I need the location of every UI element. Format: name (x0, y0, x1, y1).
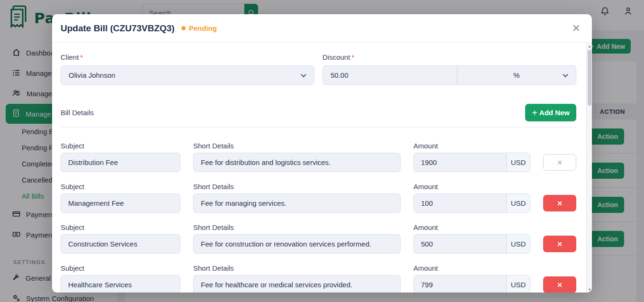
short-details-label: Short Details (193, 264, 401, 272)
modal-header: Update Bill (CZU73VBZQ3) Pending ✕ (52, 14, 592, 43)
discount-unit-select[interactable]: % (457, 66, 576, 84)
divider (61, 127, 576, 128)
bill-detail-row: Subject Short Details Amount USD ✕ (61, 142, 576, 172)
subject-input[interactable] (61, 234, 180, 254)
status-label: Pending (189, 24, 217, 32)
subject-label: Subject (61, 264, 180, 272)
plus-icon: + (532, 108, 537, 118)
remove-row-button[interactable]: ✕ (543, 154, 576, 171)
amount-label: Amount (413, 223, 530, 231)
amount-input-group: USD (413, 193, 530, 213)
required-asterisk: * (80, 53, 83, 61)
subject-label: Subject (61, 223, 180, 231)
amount-label: Amount (413, 264, 530, 272)
short-details-input[interactable] (193, 275, 401, 293)
chevron-down-icon (563, 72, 568, 77)
short-details-input[interactable] (193, 234, 401, 254)
amount-input[interactable] (414, 275, 506, 293)
bill-detail-row: Subject Short Details Amount USD ✕ (61, 223, 576, 254)
remove-row-button[interactable]: ✕ (543, 236, 576, 252)
amount-label: Amount (413, 183, 530, 191)
amount-input-group: USD (413, 153, 530, 172)
update-bill-modal: Update Bill (CZU73VBZQ3) Pending ✕ Clien… (52, 14, 592, 293)
client-label: Client (61, 53, 79, 61)
discount-unit-value: % (513, 71, 519, 79)
modal-body: Client* Olivia Johnson Discount* % Bill (52, 43, 592, 293)
status-dot-icon (181, 26, 186, 30)
required-asterisk: * (351, 53, 354, 61)
subject-input[interactable] (61, 193, 180, 213)
amount-input-group: USD (413, 275, 530, 293)
currency-suffix: USD (506, 194, 530, 212)
amount-input[interactable] (414, 194, 506, 212)
short-details-input[interactable] (193, 193, 401, 213)
scroll-up-icon[interactable]: ▲ (587, 43, 592, 49)
x-icon: ✕ (557, 281, 563, 289)
amount-input-group: USD (413, 234, 530, 254)
x-icon: ✕ (557, 240, 563, 248)
x-icon: ✕ (557, 200, 563, 207)
bill-detail-row: Subject Short Details Amount USD ✕ (61, 183, 576, 213)
modal-scrollbar[interactable]: ▲ ▼ (586, 43, 592, 293)
subject-input[interactable] (61, 275, 180, 293)
currency-suffix: USD (506, 153, 530, 172)
bill-detail-row: Subject Short Details Amount USD ✕ (61, 264, 576, 293)
subject-label: Subject (61, 183, 180, 191)
short-details-label: Short Details (193, 142, 401, 150)
client-select[interactable]: Olivia Johnson (61, 65, 314, 85)
short-details-label: Short Details (193, 223, 401, 231)
modal-title: Update Bill (CZU73VBZQ3) (61, 23, 175, 34)
amount-label: Amount (413, 142, 530, 150)
client-selected-value: Olivia Johnson (69, 71, 115, 79)
remove-row-button[interactable]: ✕ (543, 195, 576, 211)
remove-row-button[interactable]: ✕ (543, 276, 576, 293)
discount-input[interactable] (323, 66, 457, 84)
discount-input-group: % (322, 65, 576, 85)
close-icon[interactable]: ✕ (572, 23, 581, 34)
discount-label: Discount (322, 53, 350, 61)
short-details-input[interactable] (193, 153, 401, 172)
add-bill-row-button[interactable]: + Add New (525, 104, 576, 121)
currency-suffix: USD (506, 275, 530, 293)
discount-field-group: Discount* % (322, 53, 576, 85)
scrollbar-thumb[interactable] (588, 50, 591, 106)
status-badge: Pending (181, 24, 217, 32)
amount-input[interactable] (414, 153, 506, 172)
chevron-down-icon (301, 72, 306, 77)
short-details-label: Short Details (193, 183, 401, 191)
client-field-group: Client* Olivia Johnson (61, 53, 314, 85)
currency-suffix: USD (506, 235, 530, 253)
x-icon: ✕ (557, 159, 563, 166)
bill-details-label: Bill Details (61, 109, 94, 117)
amount-input[interactable] (414, 235, 506, 253)
subject-label: Subject (61, 142, 180, 150)
subject-input[interactable] (61, 153, 180, 172)
